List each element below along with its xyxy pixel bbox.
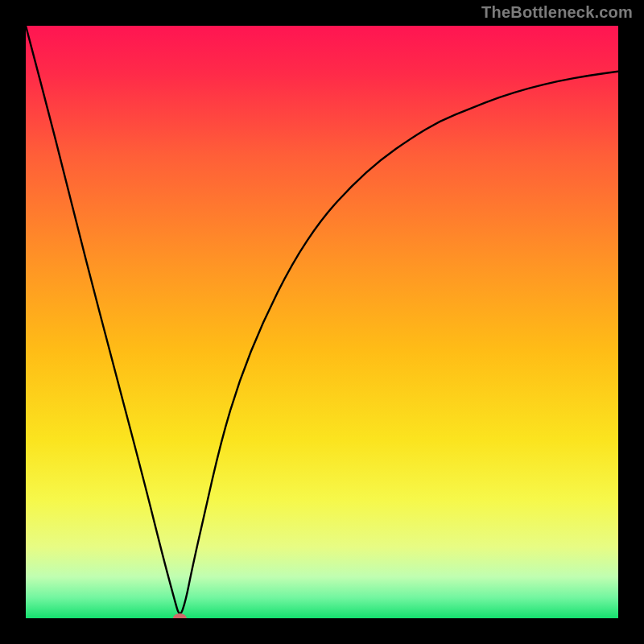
chart-svg xyxy=(26,26,618,618)
chart-frame: TheBottleneck.com xyxy=(0,0,644,644)
plot-area xyxy=(26,26,618,618)
attribution-label: TheBottleneck.com xyxy=(481,3,633,22)
chart-background xyxy=(26,26,618,618)
